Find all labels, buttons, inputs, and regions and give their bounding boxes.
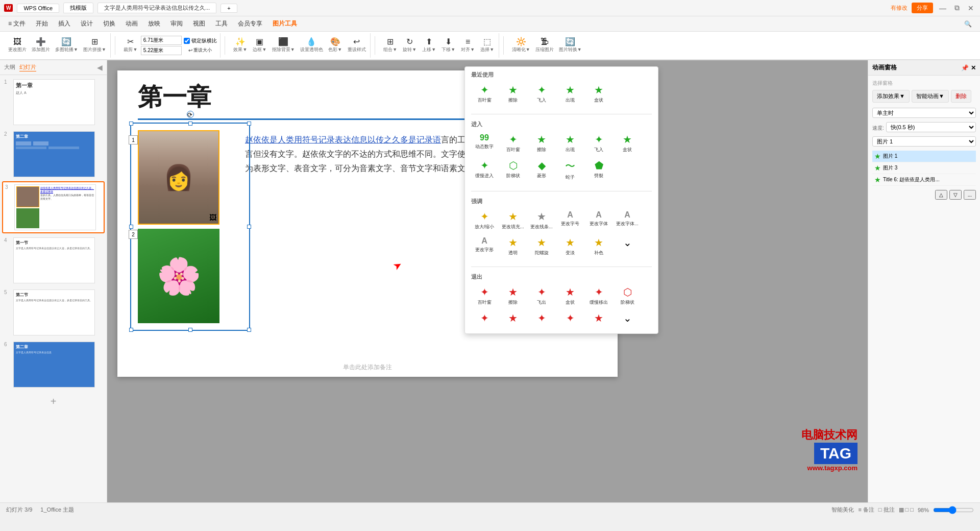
btn-reset-style[interactable]: ↩重设样式 [346,37,368,54]
emphasis-item-zoom[interactable]: ✦ 放大/缩小 [471,208,498,232]
enter-item-wipe[interactable]: ★ 擦除 [528,131,555,155]
menu-start[interactable]: 开始 [32,18,52,29]
anim-nav-up[interactable]: △ [935,190,947,200]
btn-change-image[interactable]: 🖼 更改图片 [6,37,29,54]
emphasis-item-spin[interactable]: ★ 陀螺旋 [528,234,555,258]
emphasis-item-line[interactable]: ★ 更改线条... [528,208,555,232]
menu-search[interactable]: 🔍 [960,19,976,29]
emphasis-item-fontsize[interactable]: A 更改字号 [557,208,583,232]
exit-row2-2[interactable]: ★ [500,310,526,327]
btn-smart-anim[interactable]: 智能动画▼ [912,90,949,103]
btn-convert[interactable]: 🔄图片转换▼ [557,37,584,54]
comment-btn[interactable]: □ 批注 [878,506,895,514]
anim-nav-down[interactable]: ▽ [949,190,962,200]
recent-item-fly[interactable]: ✦ 飞入 [528,82,555,106]
btn-effect[interactable]: ✨效果▼ [231,37,250,54]
image-lotus[interactable]: 🌸 [138,229,219,323]
anim-more-btn[interactable]: ... [964,190,976,200]
handle-tc[interactable] [188,122,192,126]
btn-share[interactable]: 分享 [912,3,933,13]
tab-add[interactable]: + [220,4,237,13]
enter-item-split[interactable]: ⬟ 劈裂 [585,157,612,183]
text-link[interactable]: 赵依依是人类用符号记录表达信息以传之久 [245,135,400,144]
btn-minimize[interactable]: — [937,4,948,12]
add-note-placeholder[interactable]: 单击此处添加备注 [343,363,392,372]
btn-sharpen[interactable]: 🔆清晰化▼ [510,37,532,54]
enter-item-appear[interactable]: ★ 出现 [557,131,583,155]
btn-reset-size[interactable]: ↩重设大小 [184,46,217,54]
btn-image-collage[interactable]: ⊞ 图片拼接▼ [81,37,108,54]
enter-item-fly[interactable]: ✦ 飞入 [585,131,612,155]
emphasis-item-fill[interactable]: ★ 更改填充... [500,208,526,232]
tab-wps[interactable]: WPS Office [17,4,59,13]
handle-ml[interactable] [129,225,133,229]
exit-item-slow[interactable]: ✦ 缓慢移出 [585,284,612,308]
handle-bl[interactable] [129,328,133,332]
emphasis-item-fade[interactable]: ★ 变淡 [557,234,583,258]
btn-align[interactable]: ≡对齐▼ [459,37,477,54]
exit-item-stairs[interactable]: ⬡ 阶梯状 [614,284,641,308]
anim-list-item-3[interactable]: ★ Title 6: 赵依依是人类用... [872,174,976,186]
text-link2[interactable]: 多是记录语 [400,135,441,144]
emphasis-item-font2[interactable]: A 更改字体... [614,208,641,232]
menu-play[interactable]: 放映 [144,18,164,29]
menu-file[interactable]: ≡ 文件 [4,18,30,29]
exit-item-box[interactable]: ★ 盒状 [557,284,583,308]
btn-modify[interactable]: 有修改 [891,4,908,12]
exit-row2-4[interactable]: ✦ [557,310,583,327]
slide-item-6[interactable]: 6 第二章 文字是人类用符号记录表达信息 [2,340,105,390]
btn-remove-bg[interactable]: ⬛抠除背景▼ [270,37,297,54]
speed-select[interactable]: 快(0.5 秒) [886,122,976,132]
emphasis-item-fontface[interactable]: A 更改字体 [585,208,612,232]
btn-delete-anim[interactable]: 删除 [951,90,971,103]
exit-item-blinds[interactable]: ✦ 百叶窗 [471,284,498,308]
handle-tl[interactable] [129,122,133,126]
slide-add-btn[interactable]: + [2,392,105,412]
menu-vip[interactable]: 会员专享 [234,18,266,29]
lock-ratio-checkbox[interactable] [184,38,190,44]
menu-animation[interactable]: 动画 [121,18,142,29]
menu-view[interactable]: 视图 [189,18,209,29]
enter-item-slow[interactable]: ✦ 缓慢进入 [471,157,498,183]
btn-move-down[interactable]: ⬇下移▼ [439,37,458,54]
menu-review[interactable]: 审阅 [166,18,187,29]
emphasis-item-style[interactable]: A 更改字形 [471,234,498,258]
tab-find-template[interactable]: 找模版 [63,3,93,13]
menu-switch[interactable]: 切换 [99,18,119,29]
width-input[interactable] [141,36,182,45]
notes-btn[interactable]: ≡ 备注 [858,506,874,514]
exit-more[interactable]: ⌄ [614,310,641,327]
enter-item-diamond[interactable]: ◆ 菱形 [528,157,555,183]
handle-br[interactable] [247,328,251,332]
emphasis-item-comp[interactable]: ★ 补色 [585,234,612,258]
btn-select[interactable]: ⬚选择▼ [478,37,497,54]
handle-bc[interactable] [188,328,192,332]
enter-item-dynamic[interactable]: 99 动态数字 [471,131,498,155]
menu-design[interactable]: 设计 [77,18,97,29]
tab-doc[interactable]: 文字是人类用符号记录表达信息以传之久... [97,3,216,13]
anim-list-item-2[interactable]: ★ 图片 3 [872,162,976,174]
btn-move-up[interactable]: ⬆上移▼ [420,37,438,54]
menu-insert[interactable]: 插入 [54,18,75,29]
slide-item-3[interactable]: 3 赵依依是人类用符号记录表达信息以传之久远，多是记录语 言的工具。人类往往先有… [2,181,105,233]
enter-item-box[interactable]: ★ 盒状 [614,131,641,155]
handle-tr[interactable] [247,122,251,126]
btn-compress[interactable]: 🗜压缩图片 [533,37,556,54]
btn-rotate[interactable]: ↻旋转▼ [401,37,419,54]
slide-select[interactable]: 图片 1 图片 3 Title 6: 赵依依是人类用... [872,136,976,147]
collapse-panel-btn[interactable]: ◀ [97,63,103,71]
emphasis-more[interactable]: ⌄ [614,234,641,258]
panel-close-btn[interactable]: ✕ [971,64,976,71]
slide-item-4[interactable]: 4 第一节 文字是人类用符号记录表达信息以传之久远，多是记录语言的工具。 [2,235,105,285]
tab-outline[interactable]: 大纲 [4,63,15,71]
recent-item-appear[interactable]: ★ 出现 [557,82,583,106]
btn-set-transparent[interactable]: 💧设置透明色 [298,37,325,54]
enter-item-blinds[interactable]: ✦ 百叶窗 [500,131,526,155]
exit-item-fly[interactable]: ✦ 飞出 [528,284,555,308]
btn-close[interactable]: ✕ [966,4,976,12]
exit-row2-5[interactable]: ★ [585,310,612,327]
btn-multi-carousel[interactable]: 🔄 多图轮播▼ [53,37,80,54]
btn-color[interactable]: 🎨色彩▼ [326,37,345,54]
enter-item-snake[interactable]: 〜 蛇子 [557,157,583,183]
btn-add-effect[interactable]: 添加效果▼ [872,90,910,103]
